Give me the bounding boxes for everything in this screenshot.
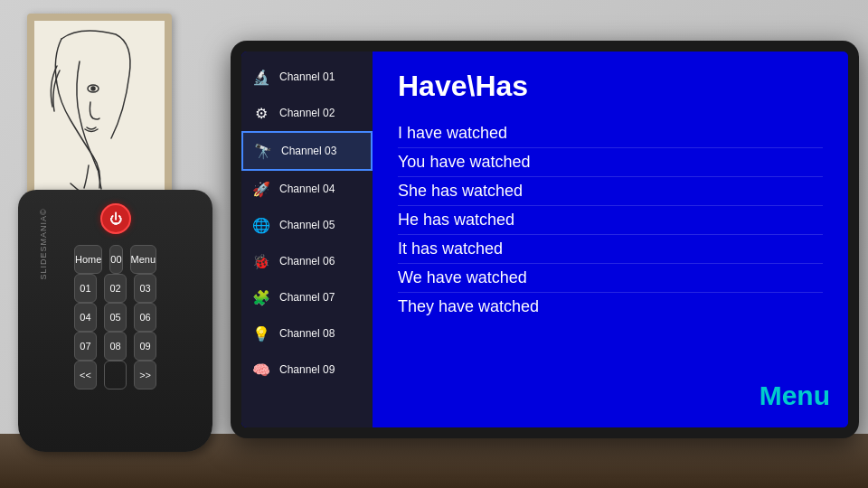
channel-item-02[interactable]: ⚙Channel 02 (241, 95, 373, 131)
remote-buttons-container: Home00Menu010203040506070809<<>> (74, 245, 156, 389)
channel-label-02: Channel 02 (279, 107, 335, 119)
channel-item-08[interactable]: 💡Channel 08 (241, 315, 373, 352)
tv-list-item-6: They have watched (398, 293, 823, 321)
remote-btn-4-0[interactable]: << (74, 361, 97, 389)
remote-btn-1-1[interactable]: 02 (104, 274, 127, 303)
channel-label-07: Channel 07 (279, 291, 335, 304)
remote-btn-0-1[interactable]: 00 (109, 245, 122, 274)
channel-item-07[interactable]: 🧩Channel 07 (241, 279, 373, 315)
tv-list-item-2: She has watched (398, 177, 823, 206)
channel-label-01: Channel 01 (279, 70, 335, 83)
svg-point-1 (91, 87, 95, 90)
channel-label-04: Channel 04 (279, 183, 335, 195)
channel-item-01[interactable]: 🔬Channel 01 (241, 59, 373, 95)
channel-icon-04: 🚀 (250, 178, 272, 200)
remote-btn-2-0[interactable]: 04 (74, 303, 97, 332)
channel-label-06: Channel 06 (279, 255, 335, 267)
remote-btn-0-2[interactable]: Menu (130, 245, 157, 274)
channel-label-03: Channel 03 (281, 145, 336, 157)
channel-icon-09: 🧠 (250, 359, 272, 380)
tv-list-item-0: I have watched (398, 119, 823, 148)
remote-row-3: 070809 (74, 332, 156, 361)
slides-mania-label: SLIDESMANIA© (39, 208, 48, 279)
channel-item-09[interactable]: 🧠Channel 09 (241, 352, 373, 388)
tv-list: I have watchedYou have watchedShe has wa… (398, 119, 823, 321)
channel-label-09: Channel 09 (279, 363, 335, 376)
remote-btn-4-2[interactable]: >> (134, 361, 156, 389)
remote-btn-3-0[interactable]: 07 (74, 332, 97, 361)
tv-sidebar: 🔬Channel 01⚙Channel 02🔭Channel 03🚀Channe… (241, 52, 373, 427)
remote-row-4: <<>> (74, 361, 156, 389)
remote-btn-3-1[interactable]: 08 (104, 332, 127, 361)
remote-btn-1-0[interactable]: 01 (74, 274, 97, 303)
remote-row-2: 040506 (74, 303, 156, 332)
tv-list-item-5: We have watched (398, 264, 823, 293)
tv-content-title: Have\Has (398, 70, 823, 103)
tv: 🔬Channel 01⚙Channel 02🔭Channel 03🚀Channe… (231, 41, 859, 438)
remote-btn-0-0[interactable]: Home (74, 245, 102, 274)
channel-icon-05: 🌐 (250, 214, 272, 236)
channel-label-05: Channel 05 (279, 219, 335, 231)
channel-item-03[interactable]: 🔭Channel 03 (241, 131, 373, 171)
remote-btn-4-1 (104, 361, 127, 389)
channel-item-04[interactable]: 🚀Channel 04 (241, 171, 373, 207)
power-button[interactable]: ⏻ (100, 203, 131, 234)
tv-screen: 🔬Channel 01⚙Channel 02🔭Channel 03🚀Channe… (241, 52, 848, 427)
tv-menu-label: Menu (760, 380, 830, 411)
remote-btn-1-2[interactable]: 03 (134, 274, 156, 303)
remote-btn-2-2[interactable]: 06 (134, 303, 156, 332)
tv-list-item-4: It has watched (398, 235, 823, 264)
picture-content (34, 21, 165, 214)
remote-power-row: ⏻ (29, 203, 202, 234)
channel-label-08: Channel 08 (279, 327, 335, 340)
remote-btn-3-2[interactable]: 09 (134, 332, 156, 361)
remote-btn-2-1[interactable]: 05 (104, 303, 127, 332)
tv-content: Have\Has I have watchedYou have watchedS… (373, 52, 848, 427)
channel-icon-06: 🐞 (250, 250, 272, 272)
channel-icon-03: 🔭 (252, 140, 274, 162)
remote-row-0: Home00Menu (74, 245, 156, 274)
channel-icon-02: ⚙ (250, 102, 272, 124)
channel-icon-07: 🧩 (250, 286, 272, 308)
channel-item-05[interactable]: 🌐Channel 05 (241, 207, 373, 243)
remote-row-1: 010203 (74, 274, 156, 303)
tv-list-item-3: He has watched (398, 206, 823, 235)
channel-icon-08: 💡 (250, 323, 272, 344)
channel-icon-01: 🔬 (250, 66, 272, 88)
channel-item-06[interactable]: 🐞Channel 06 (241, 243, 373, 279)
tv-list-item-1: You have watched (398, 148, 823, 177)
face-sketch-svg (34, 21, 165, 214)
